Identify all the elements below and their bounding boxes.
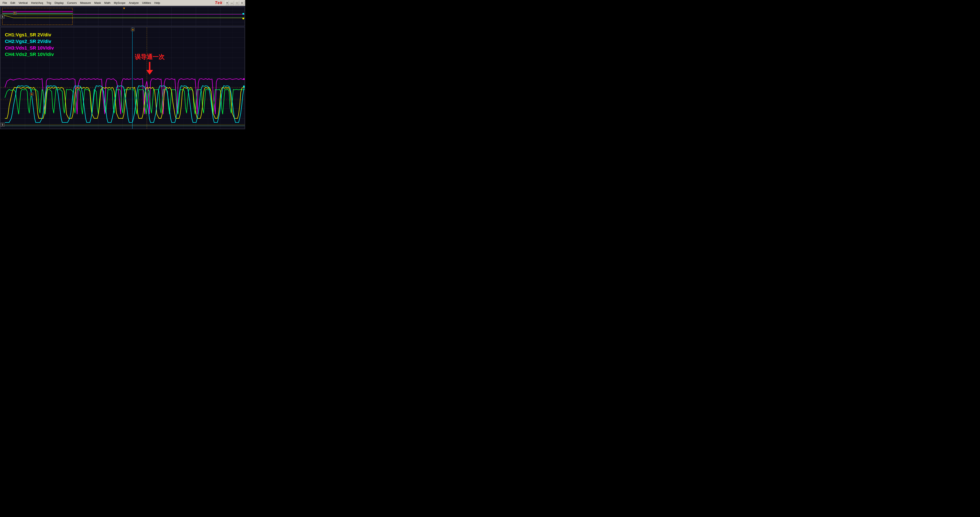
overview-waveform-area: b 1 ▼ [0, 7, 245, 26]
svg-rect-71 [30, 92, 33, 96]
svg-rect-22 [1, 27, 245, 128]
main-waveform-svg: a b [1, 27, 245, 128]
svg-marker-76 [146, 70, 153, 75]
menu-item-math[interactable]: Math [103, 1, 112, 5]
ch2-label: CH2:Vgs2_SR 2V/div [5, 38, 54, 45]
annotation-text: 误导通一次 [135, 53, 165, 61]
svg-text:a: a [132, 28, 134, 31]
ch3-label: CH3:Vds1_SR 10V/div [5, 45, 54, 51]
ch1-label: CH1:Vgs1_SR 2V/div [5, 32, 54, 38]
annotation-area: 误导通一次 [135, 53, 165, 75]
edge-dot-cyan [242, 13, 244, 15]
menu-item-utilities[interactable]: Utilities [140, 1, 153, 5]
svg-rect-3 [2, 11, 73, 14]
svg-point-74 [243, 86, 245, 87]
tek-logo: Tek [215, 1, 223, 5]
main-waveform-area: a b CH1:Vgs1_SR 2V/div CH2:Vgs2_SR 2V/di… [0, 27, 245, 129]
menu-item-display[interactable]: Display [53, 1, 65, 5]
svg-text:b: b [31, 92, 33, 96]
svg-text:b: b [14, 12, 16, 14]
menu-item-horiz-acq[interactable]: Horiz/Acq [29, 1, 45, 5]
menu-item-myscope[interactable]: MyScope [112, 1, 127, 5]
svg-rect-2 [2, 8, 72, 25]
svg-point-73 [243, 78, 245, 80]
menu-item-measure[interactable]: Measure [78, 1, 92, 5]
window-controls: ▼ — □ X [224, 1, 244, 5]
menu-item-analyze[interactable]: Analyze [127, 1, 140, 5]
menu-item-edit[interactable]: Edit [9, 1, 17, 5]
overview-ground-marker: 1 [1, 15, 5, 19]
svg-rect-13 [13, 12, 16, 15]
annotation-arrow [145, 62, 154, 75]
scope-display: b 1 ▼ [0, 6, 245, 129]
maximize-button[interactable]: □ [235, 1, 239, 5]
edge-dot-yellow [242, 17, 244, 19]
menu-bar: FileEditVerticalHoriz/AcqTrigDisplayCurs… [0, 0, 245, 6]
menu-item-trig[interactable]: Trig [45, 1, 53, 5]
trigger-marker-overview: ▼ [123, 7, 126, 10]
menu-item-help[interactable]: Help [153, 1, 162, 5]
minimize-button[interactable]: — [229, 1, 234, 5]
ch4-label: CH4:Vds2_SR 10V/div [5, 51, 54, 58]
channel-labels: CH1:Vgs1_SR 2V/div CH2:Vgs2_SR 2V/div CH… [5, 32, 54, 58]
menu-item-vertical[interactable]: Vertical [17, 1, 29, 5]
menu-item-file[interactable]: File [1, 1, 9, 5]
menu-item-cursors[interactable]: Cursors [65, 1, 78, 5]
svg-rect-5 [2, 13, 73, 15]
svg-rect-69 [131, 28, 135, 31]
close-button[interactable]: X [240, 1, 244, 5]
dropdown-arrow-button[interactable]: ▼ [225, 1, 229, 5]
main-ground-marker: 1 [1, 123, 5, 127]
menu-item-mask[interactable]: Mask [92, 1, 103, 5]
